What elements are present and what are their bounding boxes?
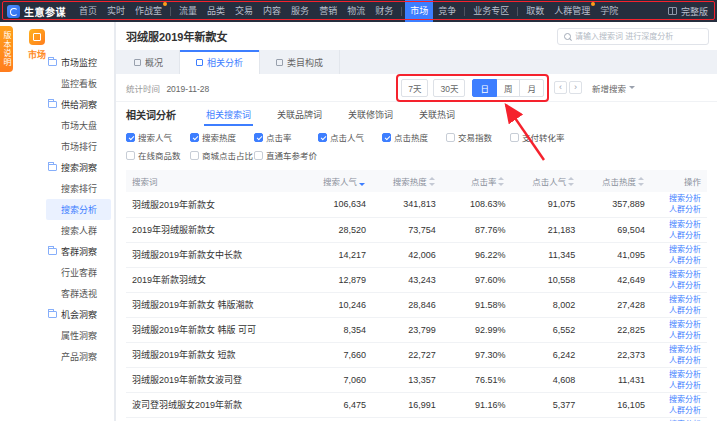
sort-icon[interactable]: [568, 177, 575, 186]
range-button-7天[interactable]: 7天: [401, 79, 428, 97]
nav-item-实时[interactable]: 实时: [102, 0, 130, 22]
action-link-搜索分析[interactable]: 搜索分析: [653, 244, 701, 255]
nav-item-财务[interactable]: 财务: [370, 0, 398, 22]
sidebar-item-市场大盘[interactable]: 市场大盘: [46, 115, 111, 136]
metric-checkbox-点击热度[interactable]: 点击热度: [382, 131, 446, 143]
nav-item-竞争[interactable]: 竞争: [433, 0, 461, 22]
action-link-搜索分析[interactable]: 搜索分析: [653, 344, 701, 355]
nav-item-业务专区[interactable]: 业务专区: [468, 0, 514, 22]
prev-page-button[interactable]: ‹: [554, 81, 567, 94]
keyword-cell: 羽绒服2019年新款女 韩版潮款: [126, 292, 300, 317]
sidebar-item-搜索洞察[interactable]: 搜索洞察: [46, 157, 111, 178]
column-header-点击热度[interactable]: 点击热度: [579, 170, 649, 192]
subtabs: 相关搜索词关联品牌词关联修饰词关联热词: [204, 103, 479, 126]
keyword-cell: 波司登羽绒服女2019年新款: [126, 392, 300, 417]
column-header-点击率[interactable]: 点击率: [440, 170, 510, 192]
sidebar-item-搜索排行[interactable]: 搜索排行: [46, 178, 111, 199]
action-link-搜索分析[interactable]: 搜索分析: [653, 319, 701, 330]
tab-相关分析[interactable]: 相关分析: [180, 50, 260, 74]
action-link-人群分析[interactable]: 人群分析: [653, 330, 701, 341]
nav-item-人群管理[interactable]: 人群管理: [549, 0, 595, 22]
sidebar-item-属性洞察[interactable]: 属性洞察: [46, 325, 111, 346]
sidebar-item-监控看板[interactable]: 监控看板: [46, 73, 111, 94]
nav-item-交易[interactable]: 交易: [230, 0, 258, 22]
range-button-30天[interactable]: 30天: [433, 79, 465, 97]
action-link-人群分析[interactable]: 人群分析: [653, 405, 701, 416]
new-badge-icon: [163, 2, 167, 6]
search-input[interactable]: [575, 32, 702, 41]
sidebar-item-市场排行[interactable]: 市场排行: [46, 136, 111, 157]
nav-item-物流[interactable]: 物流: [342, 0, 370, 22]
subtab-关联修饰词[interactable]: 关联修饰词: [346, 103, 395, 126]
app-logo[interactable]: 生意参谋: [0, 4, 74, 19]
action-link-搜索分析[interactable]: 搜索分析: [653, 269, 701, 280]
metric-checkbox-支付转化率[interactable]: 支付转化率: [510, 131, 565, 143]
sidebar-item-市场监控[interactable]: 市场监控: [46, 52, 111, 73]
sidebar-item-label: 供给洞察: [61, 98, 97, 111]
full-version-link[interactable]: 完整版: [659, 5, 717, 18]
nav-item-内容[interactable]: 内容: [258, 0, 286, 22]
action-link-搜索分析[interactable]: 搜索分析: [653, 219, 701, 230]
nav-item-营销[interactable]: 营销: [314, 0, 342, 22]
sort-icon[interactable]: [498, 177, 505, 186]
sort-icon[interactable]: [638, 177, 645, 186]
subtab-关联品牌词[interactable]: 关联品牌词: [275, 103, 324, 126]
column-header-操作: 操作: [649, 170, 707, 192]
action-link-人群分析[interactable]: 人群分析: [653, 380, 701, 391]
column-header-点击人气[interactable]: 点击人气: [509, 170, 579, 192]
sidebar-item-产品洞察[interactable]: 产品洞察: [46, 346, 111, 367]
sidebar-item-行业客群[interactable]: 行业客群: [46, 262, 111, 283]
metric-checkbox-在线商品数[interactable]: 在线商品数: [126, 149, 190, 161]
column-header-搜索热度[interactable]: 搜索热度: [370, 170, 440, 192]
metric-checkbox-点击率[interactable]: 点击率: [254, 131, 318, 143]
metric-checkbox-搜索人气[interactable]: 搜索人气: [126, 131, 190, 143]
action-link-人群分析[interactable]: 人群分析: [653, 204, 701, 215]
metric-checkbox-搜索热度[interactable]: 搜索热度: [190, 131, 254, 143]
action-link-人群分析[interactable]: 人群分析: [653, 280, 701, 291]
granularity-月[interactable]: 月: [519, 79, 544, 97]
tab-类目构成[interactable]: 类目构成: [260, 50, 340, 74]
granularity-周[interactable]: 周: [496, 79, 521, 97]
section-title: 相关词分析: [126, 107, 176, 122]
tab-label: 相关分析: [207, 56, 243, 69]
metric-checkbox-商城点击占比[interactable]: 商城点击占比: [190, 149, 254, 161]
new-search-link[interactable]: 新增搜索: [592, 82, 635, 94]
action-link-人群分析[interactable]: 人群分析: [653, 255, 701, 266]
action-link-搜索分析[interactable]: 搜索分析: [653, 193, 701, 204]
nav-item-流量[interactable]: 流量: [174, 0, 202, 22]
sidebar-item-客群透视[interactable]: 客群透视: [46, 283, 111, 304]
click-popularity-cell: 11,345: [509, 242, 579, 267]
sidebar-item-搜索人群[interactable]: 搜索人群: [46, 220, 111, 241]
action-link-搜索分析[interactable]: 搜索分析: [653, 394, 701, 405]
granularity-日[interactable]: 日: [472, 79, 497, 97]
action-link-人群分析[interactable]: 人群分析: [653, 355, 701, 366]
sidebar-item-搜索分析[interactable]: 搜索分析: [46, 199, 111, 220]
action-link-搜索分析[interactable]: 搜索分析: [653, 369, 701, 380]
metric-checkbox-点击人气[interactable]: 点击人气: [318, 131, 382, 143]
subtab-相关搜索词[interactable]: 相关搜索词: [204, 103, 253, 126]
sort-desc-icon[interactable]: [359, 177, 366, 186]
sidebar-item-供给洞察[interactable]: 供给洞察: [46, 94, 111, 115]
tab-概况[interactable]: 概况: [118, 50, 180, 74]
metric-checkbox-直通车参考价[interactable]: 直通车参考价: [254, 149, 317, 161]
sidebar-item-客群洞察[interactable]: 客群洞察: [46, 241, 111, 262]
column-header-搜索人气[interactable]: 搜索人气: [300, 170, 370, 192]
next-page-button[interactable]: ›: [569, 81, 582, 94]
nav-item-市场[interactable]: 市场: [405, 0, 433, 22]
subtab-关联热词[interactable]: 关联热词: [417, 103, 457, 126]
nav-item-服务[interactable]: 服务: [286, 0, 314, 22]
sort-icon[interactable]: [429, 177, 436, 186]
actions-cell: 搜索分析人群分析: [649, 292, 707, 317]
action-link-人群分析[interactable]: 人群分析: [653, 305, 701, 316]
metric-checkbox-交易指数[interactable]: 交易指数: [446, 131, 510, 143]
nav-item-取数[interactable]: 取数: [521, 0, 549, 22]
action-link-人群分析[interactable]: 人群分析: [653, 230, 701, 241]
nav-item-作战室[interactable]: 作战室: [130, 0, 167, 22]
action-link-搜索分析[interactable]: 搜索分析: [653, 294, 701, 305]
version-note-tag[interactable]: 版本说明: [0, 26, 13, 72]
nav-item-学院[interactable]: 学院: [595, 0, 623, 22]
keyword-search-box[interactable]: [557, 28, 709, 45]
sidebar-item-机会洞察[interactable]: 机会洞察: [46, 304, 111, 325]
nav-item-品类[interactable]: 品类: [202, 0, 230, 22]
nav-item-首页[interactable]: 首页: [74, 0, 102, 22]
